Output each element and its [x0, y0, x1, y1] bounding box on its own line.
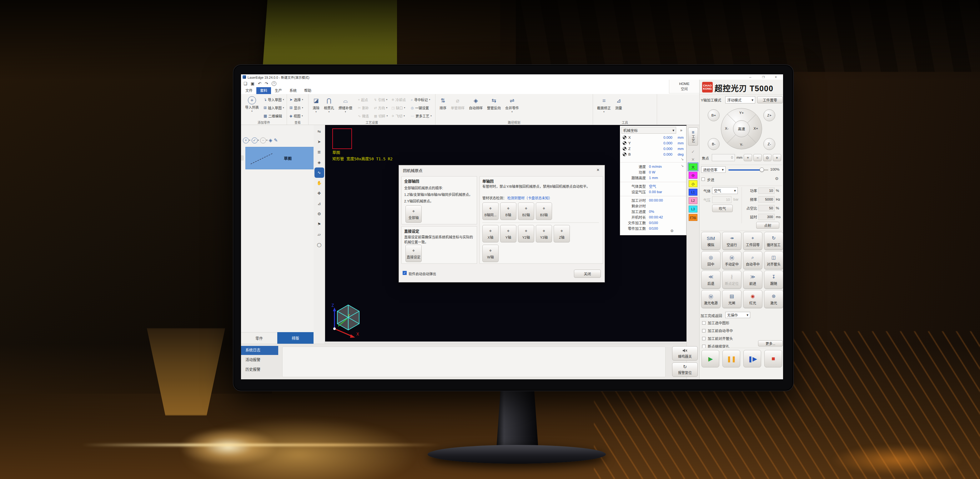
home-axis-button[interactable]: ⌖ Y2轴: [518, 225, 534, 243]
canvas-tool-icon[interactable]: ⊿: [313, 198, 325, 209]
ribbon-grid-button[interactable]: ⌖ 起点: [356, 96, 372, 104]
ribbon-stack-button[interactable]: ◈ 视图 ▾: [289, 112, 304, 120]
ribbon-big-button[interactable]: ⌓ 焊缝补偿 ▾: [336, 96, 355, 120]
sketch-list-item[interactable]: 草图: [245, 147, 314, 169]
home-axis-button[interactable]: ⌖ B3轴: [536, 203, 552, 220]
jog-z-plus-button[interactable]: Z+: [764, 109, 775, 121]
axis-origin-icon[interactable]: [623, 136, 627, 140]
laser-param-input[interactable]: 5000: [758, 196, 775, 203]
canvas-tool-icon[interactable]: ◈: [313, 157, 325, 168]
focus-input[interactable]: 0: [712, 154, 735, 161]
expand-corner-icon[interactable]: ↘: [620, 157, 686, 162]
ribbon-big-button[interactable]: ⊿ 测量: [613, 96, 624, 120]
jog-z-minus-button[interactable]: Z-: [764, 138, 775, 150]
machine-action-button[interactable]: Ⓜ 手动定中: [722, 251, 741, 269]
coord-mode-select[interactable]: 机械坐标 ▾: [622, 127, 676, 134]
ribbon-stack-button[interactable]: ▦ 二维编辑: [263, 112, 285, 120]
option-checkbox[interactable]: [702, 345, 706, 348]
machine-action-button[interactable]: ↻ 循环加工: [764, 232, 783, 250]
transport-button[interactable]: ▶: [702, 350, 719, 368]
layer-swatch[interactable]: L3: [689, 206, 697, 213]
home-all-axes-button[interactable]: ⌖ 全部轴: [406, 205, 422, 223]
machine-action-button[interactable]: SIM 模拟: [701, 232, 721, 250]
machine-action-button[interactable]: Ⓦ 激光电源: [701, 290, 721, 308]
jog-x-minus-button[interactable]: X-: [725, 127, 729, 130]
ribbon-grid-button[interactable]: ↯ 引线 ▾: [372, 96, 389, 104]
more-options-button[interactable]: 更多...: [758, 340, 783, 347]
parts-toolbar-button[interactable]: ✓ ▾: [251, 138, 259, 143]
home-axis-button[interactable]: ⌖ B轴: [500, 203, 516, 220]
ribbon-big-button[interactable]: ⋂ 相贯孔 ▾: [322, 96, 336, 120]
canvas-tool-icon[interactable]: ✥: [313, 188, 325, 198]
layer-swatch[interactable]: 打标: [689, 214, 697, 221]
ribbon-grid-button[interactable]: ◎ 一键设置: [409, 104, 433, 112]
machine-action-button[interactable]: ≫ 前进: [743, 271, 762, 289]
menu-tab[interactable]: 帮助: [301, 87, 315, 94]
jog-x-plus-button[interactable]: X+: [754, 127, 758, 130]
ribbon-grid-button[interactable]: ∿ 微连: [356, 112, 372, 120]
qat-icon[interactable]: ▣: [251, 82, 255, 86]
machine-action-button[interactable]: ⌕ 自动寻中: [743, 251, 762, 269]
menu-tab[interactable]: 套料: [256, 87, 271, 94]
machine-action-button[interactable]: ◫ 对齐管头: [764, 251, 783, 269]
machine-action-button[interactable]: ↠ 空运行: [722, 232, 741, 250]
parts-toolbar-button[interactable]: ✎: [274, 138, 278, 143]
laser-param-input[interactable]: 10: [758, 187, 775, 194]
ribbon-grid-button[interactable]: ⇄ 方向 ▾: [372, 104, 389, 112]
laser-param-input[interactable]: 50: [758, 205, 775, 211]
buzzer-off-button[interactable]: 蜂鸣器关: [672, 346, 698, 360]
workpiece-zero-button[interactable]: 工件置零: [757, 96, 783, 103]
axis-origin-icon[interactable]: [623, 141, 627, 145]
menu-tab[interactable]: 系统: [286, 87, 301, 94]
machine-action-button[interactable]: ∦ 断点定位: [722, 271, 741, 289]
home-axis-button[interactable]: ⌖ Z轴: [554, 225, 570, 243]
ribbon-big-button[interactable]: ⇆ 整管反向: [485, 96, 503, 120]
step-checkbox[interactable]: [702, 178, 705, 181]
home-axis-button[interactable]: ⌖ B轴同...: [482, 203, 499, 220]
alarm-reset-button[interactable]: ↻ 报警复位: [672, 362, 698, 377]
canvas-tool-icon[interactable]: ∿: [315, 168, 324, 178]
transport-button[interactable]: ■: [764, 350, 782, 368]
maximize-button[interactable]: ❐: [759, 75, 768, 80]
axis-origin-icon[interactable]: [623, 152, 627, 156]
menu-tab[interactable]: 文件: [242, 87, 256, 94]
canvas-tool-icon[interactable]: ◯: [313, 240, 325, 250]
machine-action-button[interactable]: ▤ 光闸: [722, 290, 741, 308]
ribbon-big-button[interactable]: ⌗ 截面修正 ▾: [595, 96, 613, 120]
ribbon-big-button[interactable]: ⌀ 单管排样: [449, 96, 467, 120]
focus-adjust-button[interactable]: ⌖: [773, 154, 781, 161]
layer-swatch[interactable]: 中: [689, 172, 697, 179]
dialog-close-button[interactable]: 关闭: [574, 270, 601, 278]
y-mode-select[interactable]: 浮动模式 ▾: [725, 96, 755, 103]
axis-origin-icon[interactable]: [623, 147, 627, 151]
canvas-tool-icon[interactable]: ➤: [313, 136, 325, 147]
canvas-tool-icon[interactable]: ≣: [313, 147, 325, 157]
ribbon-grid-button[interactable]: ✂ 割补: [356, 104, 372, 112]
option-checkbox[interactable]: [702, 337, 706, 340]
home-axis-button[interactable]: ⌖ Y轴: [500, 225, 516, 243]
jog-b-minus-button[interactable]: B-: [708, 138, 720, 150]
feed-slider-knob[interactable]: [760, 168, 764, 172]
canvas-tool-icon[interactable]: ⚑: [313, 219, 325, 229]
focus-adjust-button[interactable]: +: [744, 154, 752, 161]
focus-adjust-button[interactable]: ⊙: [763, 154, 772, 161]
ribbon-stack-button[interactable]: ⊞ 显示 ▾: [289, 104, 304, 112]
machine-action-button[interactable]: ↧ 跟随: [764, 271, 783, 289]
feed-override-select[interactable]: 进给倍率 ▾: [701, 166, 725, 173]
minimize-button[interactable]: ─: [746, 75, 755, 80]
transport-button[interactable]: ❚▶: [743, 350, 761, 368]
ribbon-grid-button[interactable]: ▦ 切碎 ▾: [372, 112, 389, 120]
parts-toolbar-button[interactable]: − ▾: [260, 138, 267, 143]
ribbon-grid-button[interactable]: ❄ 冷却点: [390, 96, 409, 104]
option-checkbox[interactable]: [702, 321, 706, 325]
step-settings-gear-icon[interactable]: ⚙: [775, 176, 779, 181]
ribbon-grid-button[interactable]: ⋯ 更多工艺 ▾: [409, 112, 433, 120]
autopop-checkbox[interactable]: ✓: [402, 271, 407, 275]
dialog-close-icon[interactable]: ✕: [595, 167, 601, 173]
machine-action-button[interactable]: ◉ 红光: [743, 290, 762, 308]
ribbon-big-button[interactable]: ◈ 自动排样: [467, 96, 485, 120]
option-checkbox[interactable]: [702, 329, 706, 333]
home-axis-button[interactable]: ⌖ W轴: [482, 245, 499, 262]
focus-adjust-button[interactable]: −: [753, 154, 762, 161]
ribbon-stack-button[interactable]: ⊞ 插入草图 ▾: [263, 104, 285, 112]
